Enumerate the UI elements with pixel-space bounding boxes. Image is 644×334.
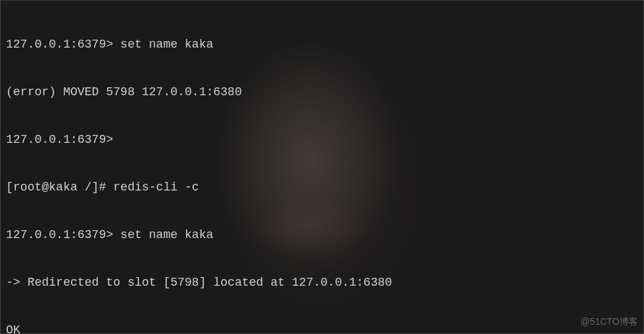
terminal-line: OK: [6, 322, 638, 334]
terminal-line: [root@kaka /]# redis-cli -c: [6, 179, 638, 195]
output-text: -> Redirected to slot [5798] located at …: [6, 276, 392, 289]
output-text: (error) MOVED 5798 127.0.0.1:6380: [6, 85, 242, 99]
terminal-line: 127.0.0.1:6379> set name kaka: [6, 227, 638, 243]
terminal-output[interactable]: 127.0.0.1:6379> set name kaka (error) MO…: [1, 1, 643, 334]
output-text: OK: [6, 323, 21, 334]
terminal-line: (error) MOVED 5798 127.0.0.1:6380: [6, 84, 638, 100]
terminal-line: 127.0.0.1:6379>: [6, 132, 638, 147]
prompt: 127.0.0.1:6379>: [6, 228, 120, 241]
prompt: [root@kaka /]#: [6, 181, 113, 194]
command: redis-cli -c: [113, 181, 199, 194]
prompt: 127.0.0.1:6379>: [6, 38, 120, 51]
prompt: 127.0.0.1:6379>: [6, 133, 120, 146]
watermark: @51CTO博客: [580, 313, 638, 329]
command: set name kaka: [120, 228, 213, 241]
terminal-line: -> Redirected to slot [5798] located at …: [6, 274, 638, 290]
command: set name kaka: [120, 38, 213, 51]
terminal-line: 127.0.0.1:6379> set name kaka: [6, 36, 638, 52]
